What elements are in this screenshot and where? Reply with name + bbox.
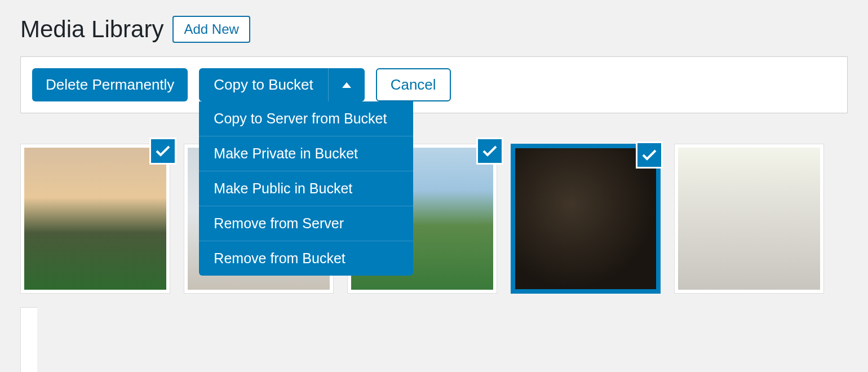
dropdown-item-remove-bucket[interactable]: Remove from Bucket [199,241,413,276]
media-item[interactable] [674,144,824,294]
bulk-actions-toolbar: Delete Permanently Copy to Bucket Copy t… [20,56,848,113]
selected-check-icon[interactable] [476,138,503,165]
cancel-button[interactable]: Cancel [376,68,451,101]
media-thumbnail [24,148,166,290]
media-thumbnail [515,148,656,289]
dropdown-item-make-private[interactable]: Make Private in Bucket [199,136,413,171]
media-thumbnail [678,148,820,290]
page-title: Media Library [20,16,163,43]
svg-marker-0 [342,82,351,88]
media-item[interactable] [20,307,37,372]
dropdown-item-remove-server[interactable]: Remove from Server [199,206,413,241]
dropdown-item-copy-from-bucket[interactable]: Copy to Server from Bucket [199,101,413,136]
selected-check-icon[interactable] [149,138,176,165]
dropdown-menu: Copy to Server from Bucket Make Private … [199,101,413,276]
dropdown-toggle-button[interactable] [329,68,365,101]
delete-permanently-button[interactable]: Delete Permanently [32,68,188,101]
copy-to-bucket-button[interactable]: Copy to Bucket [199,68,328,101]
media-item[interactable] [20,144,170,294]
caret-up-icon [342,82,351,88]
media-grid [20,144,848,372]
dropdown-item-make-public[interactable]: Make Public in Bucket [199,171,413,206]
add-new-button[interactable]: Add New [172,16,250,43]
media-thumbnail [24,311,34,372]
selected-check-icon[interactable] [636,141,663,169]
media-item[interactable] [511,144,661,294]
page-header: Media Library Add New [20,16,848,43]
bucket-actions-dropdown: Copy to Bucket Copy to Server from Bucke… [199,68,364,101]
